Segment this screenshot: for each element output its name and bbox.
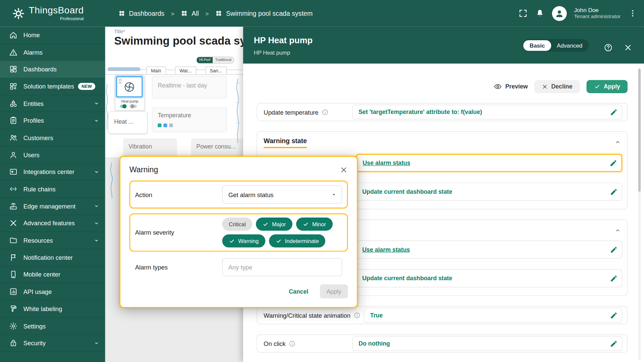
warning-dashboard-state-value[interactable]: Update current dashboard state: [356, 183, 622, 201]
edit-pencil-icon[interactable]: [610, 188, 618, 195]
edit-pencil-icon[interactable]: [610, 108, 618, 116]
check-icon: [229, 238, 235, 244]
sidebar-item-advanced-features[interactable]: Advanced features: [0, 215, 105, 232]
update-temperature-value-text: Set 'targetTemperature' attribute to: f(…: [359, 109, 482, 115]
sidebar-item-rule-chains[interactable]: Rule chains: [0, 181, 105, 198]
breadcrumb-item-dashboards[interactable]: Dashboards: [118, 10, 164, 17]
edit-pencil-icon[interactable]: [610, 340, 618, 347]
dialog-apply-button[interactable]: Apply: [320, 285, 348, 299]
sidebar-item-api-usage[interactable]: API usage: [0, 283, 105, 300]
heat-pump-widget[interactable]: Heat pump: [115, 75, 145, 110]
canvas-tab-san[interactable]: San...: [205, 66, 227, 74]
breadcrumb-separator: >: [206, 10, 209, 17]
performance-mode-toggle[interactable]: HI-Perf Traditional: [196, 57, 234, 63]
apply-button[interactable]: Apply: [586, 80, 628, 93]
on-click-value[interactable]: Do nothing: [353, 336, 622, 351]
sidebar-item-solution-templates[interactable]: Solution templatesNEW: [0, 78, 105, 95]
sidebar-item-dashboards[interactable]: Dashboards: [0, 61, 105, 78]
dialog-close-icon[interactable]: [340, 166, 348, 174]
chevron-down-icon: [93, 339, 100, 347]
animation-value[interactable]: True: [364, 308, 622, 322]
sidebar-item-resources[interactable]: Resources: [0, 232, 105, 249]
canvas-scrollbar[interactable]: [108, 67, 141, 71]
alarm-severity-group: Alarm severity CriticalMajorMinorWarning…: [129, 214, 348, 252]
severity-chip-critical[interactable]: Critical: [222, 218, 252, 231]
severity-chip-minor[interactable]: Minor: [296, 218, 333, 231]
canvas-tab-main[interactable]: Main: [146, 66, 166, 74]
settings-header: HP Heat pump HP Heat pump Basic Advanced: [243, 27, 644, 64]
kebab-menu-icon[interactable]: [628, 9, 637, 18]
widget-realtime[interactable]: Realtime - last day: [152, 76, 227, 99]
canvas-tab-wat[interactable]: Wat...: [175, 66, 196, 74]
sidebar-item-notification-center[interactable]: Notification center: [0, 249, 105, 266]
sidebar-item-entities[interactable]: Entities: [0, 95, 105, 112]
sidebar-item-label: Home: [23, 32, 40, 39]
edit-pencil-icon[interactable]: [610, 311, 618, 319]
dashboards-grid-icon: [118, 10, 125, 17]
edit-pencil-icon[interactable]: [610, 275, 618, 282]
warning-action-value[interactable]: Use alarm status: [356, 154, 622, 172]
dashboard-title-label: Title*: [114, 29, 125, 35]
sidebar-item-label: Dashboards: [23, 66, 57, 73]
sidebar-item-integrations-center[interactable]: Integrations center: [0, 164, 105, 181]
sidebar-item-customers[interactable]: Customers: [0, 129, 105, 146]
toggle-off[interactable]: [130, 105, 137, 108]
basic-advanced-toggle: Basic Advanced: [523, 39, 589, 52]
breadcrumb-label: Dashboards: [129, 10, 164, 17]
sidebar-item-white-labeling[interactable]: White labeling: [0, 300, 105, 317]
severity-chip-warning[interactable]: Warning: [222, 234, 265, 247]
breadcrumb-item-all[interactable]: All: [181, 10, 199, 17]
hi-perf-segment[interactable]: HI-Perf: [197, 57, 213, 63]
edit-pencil-icon[interactable]: [609, 159, 617, 167]
toggle-on[interactable]: [120, 105, 127, 108]
notifications-bell-icon[interactable]: [535, 9, 544, 18]
second-action-value[interactable]: Use alarm status: [356, 241, 622, 259]
sidebar-item-label: Notification center: [23, 254, 73, 261]
sidebar-item-alarms[interactable]: Alarms: [0, 44, 105, 61]
advanced-tab[interactable]: Advanced: [551, 40, 588, 51]
basic-tab[interactable]: Basic: [523, 40, 551, 51]
panel-scrollbar[interactable]: [638, 68, 641, 360]
avatar[interactable]: [552, 6, 567, 21]
cancel-button[interactable]: Cancel: [289, 288, 308, 295]
preview-button[interactable]: Preview: [494, 82, 528, 90]
traditional-segment[interactable]: Traditional: [213, 57, 234, 63]
sidebar-item-mobile-center[interactable]: Mobile center: [0, 266, 105, 283]
sidebar-item-settings[interactable]: Settings: [0, 317, 105, 335]
integrations-icon: [9, 168, 18, 176]
update-temperature-value[interactable]: Set 'targetTemperature' attribute to: f(…: [353, 105, 622, 119]
sidebar-item-edge-management[interactable]: Edge management: [0, 198, 105, 215]
warning-action-row: Use alarm status: [356, 154, 622, 172]
sidebar-item-home[interactable]: Home: [0, 27, 105, 44]
sidebar-item-profiles[interactable]: Profiles: [0, 112, 105, 129]
sidebar-item-users[interactable]: Users: [0, 146, 105, 164]
thingsboard-logo-icon: [12, 7, 25, 19]
collapse-chevron-icon[interactable]: [613, 226, 622, 235]
user-menu[interactable]: John Doe Tenant administrator: [574, 7, 621, 20]
panel-close-icon[interactable]: [624, 43, 633, 52]
action-select[interactable]: Get alarm status: [222, 185, 342, 203]
panel-scrollbar-thumb[interactable]: [638, 68, 641, 191]
decline-label: Decline: [551, 83, 572, 90]
severity-chip-indeterminate[interactable]: Indeterminate: [269, 234, 325, 247]
breadcrumb-item-swimming-pool-scada-system[interactable]: Swimming pool scada system: [215, 10, 313, 17]
row-label-on-click: On click: [264, 340, 352, 347]
widget-temperature[interactable]: Temperature: [152, 108, 227, 132]
edit-pencil-icon[interactable]: [610, 246, 618, 253]
solution-templates-icon: [9, 82, 18, 91]
sidebar-item-label: Mobile center: [23, 271, 60, 278]
widget-vibration[interactable]: Vibration: [123, 138, 177, 157]
alarms-icon: [9, 48, 18, 57]
severity-chip-major[interactable]: Major: [256, 218, 292, 231]
alarm-types-input[interactable]: [222, 258, 342, 276]
brand-logo[interactable]: ThingsBoard Professional: [0, 6, 105, 21]
fullscreen-icon[interactable]: [518, 9, 528, 18]
decline-button[interactable]: Decline: [534, 80, 580, 93]
sidebar-item-security[interactable]: Security: [0, 335, 105, 352]
widget-heat[interactable]: Heat ...: [108, 111, 147, 134]
breadcrumb-label: All: [192, 10, 199, 17]
help-icon[interactable]: [604, 43, 613, 52]
second-dashboard-state-value[interactable]: Update current dashboard state: [356, 269, 622, 287]
breadcrumb-label: Swimming pool scada system: [226, 10, 313, 17]
collapse-chevron-icon[interactable]: [613, 137, 622, 146]
